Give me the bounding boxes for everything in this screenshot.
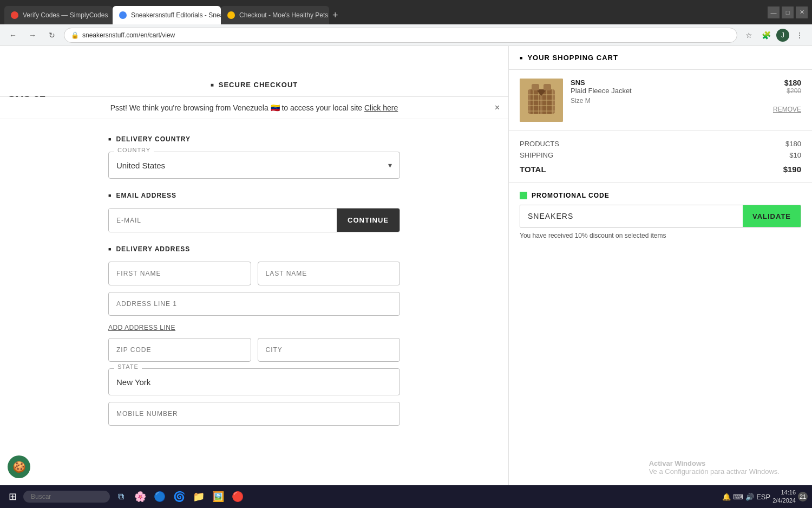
refresh-button[interactable]: ↻	[44, 28, 60, 43]
tab-sneakers[interactable]: Sneakersnstuff Editorials - Snea... ×	[113, 6, 221, 24]
name-row	[108, 262, 400, 285]
city-input[interactable]	[258, 338, 401, 362]
price-original: $200	[773, 87, 801, 95]
volume-icon[interactable]: 🔊	[745, 493, 754, 501]
secure-checkout-label: SECURE CHECKOUT	[219, 81, 298, 89]
cart-item-info: SNS Plaid Fleece Jacket Size M	[571, 79, 765, 122]
notification-banner: Psst! We think you're browsing from Vene…	[0, 97, 508, 119]
remove-button[interactable]: REMOVE	[773, 106, 801, 113]
tab-label-2: Sneakersnstuff Editorials - Snea...	[131, 11, 221, 19]
close-button[interactable]: ✕	[796, 6, 808, 18]
tab-checkout[interactable]: Checkout - Moe's Healthy Pets ×	[221, 6, 329, 24]
start-button[interactable]: ⊞	[4, 489, 21, 505]
promo-input-row: VALIDATE	[520, 205, 801, 227]
tab-label-3: Checkout - Moe's Healthy Pets	[239, 11, 328, 19]
cookie-button[interactable]: 🍪	[8, 455, 30, 478]
taskbar-right: 🔔 ⌨ 🔊 ESP 14:16 2/4/2024 21	[722, 489, 808, 505]
forward-button[interactable]: →	[25, 28, 40, 43]
close-banner-button[interactable]: ×	[495, 103, 500, 113]
profile-button[interactable]: J	[776, 29, 789, 42]
logo-area: SNS 25	[0, 46, 508, 73]
products-amount: $180	[785, 140, 801, 148]
email-input[interactable]	[109, 209, 337, 232]
taskbar-clock[interactable]: 14:16 2/4/2024	[772, 489, 796, 505]
add-address-link[interactable]: ADD ADDRESS LINE	[108, 324, 175, 331]
total-row: TOTAL $190	[520, 165, 801, 174]
chrome-icon: 🔵	[154, 491, 166, 503]
email-row: CONTINUE	[108, 208, 400, 232]
delivery-address-section-title: DELIVERY ADDRESS	[108, 245, 400, 253]
cart-panel: YOUR SHOPPING CART	[509, 46, 812, 508]
cart-item: SNS Plaid Fleece Jacket Size M $180 $200…	[509, 70, 812, 131]
checkout-content: DELIVERY COUNTRY COUNTRY United States ▾…	[0, 119, 508, 448]
state-fieldset: STATE New York	[108, 368, 400, 395]
windows-icon: ⊞	[9, 491, 17, 503]
tab-bar: Verify Codes — SimplyCodes × Sneakersnst…	[4, 0, 764, 24]
last-name-input[interactable]	[258, 262, 401, 285]
mobile-row	[108, 402, 400, 426]
svg-rect-14	[543, 84, 551, 90]
first-name-input[interactable]	[108, 262, 251, 285]
shipping-row: SHIPPING $10	[520, 151, 801, 159]
opera-icon: 🔴	[232, 491, 244, 503]
url-display: sneakersnstuff.com/en/cart/view	[82, 31, 175, 39]
shipping-label: SHIPPING	[520, 151, 553, 159]
address1-row	[108, 292, 400, 316]
validate-button[interactable]: VALIDATE	[743, 205, 801, 227]
products-label: PRODUCTS	[520, 140, 559, 148]
taskbar-icon-task-view[interactable]: ⧉	[112, 488, 129, 505]
state-legend: STATE	[114, 363, 142, 370]
windows-activate-watermark: Activar Windows Ve a Configuración para …	[649, 459, 780, 476]
browser-chrome: Verify Codes — SimplyCodes × Sneakersnst…	[0, 0, 812, 24]
cart-totals: PRODUCTS $180 SHIPPING $10 TOTAL $190	[509, 131, 812, 183]
language-label: ESP	[756, 493, 770, 501]
country-select[interactable]: United States	[116, 161, 392, 170]
taskbar: ⊞ ⧉ 🌸 🔵 🌀 📁 🖼️ 🔴 🔔 ⌨ 🔊 ESP 14:16 2/4/202…	[0, 485, 812, 508]
folder-icon: 📁	[193, 491, 205, 503]
banner-link[interactable]: Click here	[364, 103, 398, 112]
products-row: PRODUCTS $180	[520, 140, 801, 148]
extensions-button[interactable]: 🧩	[759, 28, 773, 42]
jacket-svg	[520, 79, 563, 122]
back-button[interactable]: ←	[5, 28, 21, 43]
notification-badge[interactable]: 21	[798, 492, 808, 502]
cart-product-name: Plaid Fleece Jacket	[571, 87, 765, 95]
minimize-button[interactable]: —	[768, 6, 780, 18]
keyboard-icon[interactable]: ⌨	[733, 493, 743, 501]
taskbar-icon-file[interactable]: 🌸	[132, 488, 149, 505]
continue-button[interactable]: CONTINUE	[337, 209, 400, 232]
taskbar-search-input[interactable]	[23, 491, 110, 503]
maximize-button[interactable]: □	[782, 6, 794, 18]
bookmark-button[interactable]: ☆	[742, 28, 756, 42]
delivery-country-section-title: DELIVERY COUNTRY	[108, 135, 400, 143]
taskbar-icon-chrome2[interactable]: 🌀	[171, 488, 188, 505]
address-line1-input[interactable]	[108, 292, 400, 316]
product-image	[520, 79, 563, 122]
address-box[interactable]: 🔒 sneakersnstuff.com/en/cart/view	[64, 28, 737, 43]
new-tab-button[interactable]: +	[329, 6, 342, 24]
cart-size: Size M	[571, 97, 765, 105]
email-section-title: EMAIL ADDRESS	[108, 192, 400, 199]
cart-item-price: $180 $200 REMOVE	[773, 79, 801, 122]
promo-code-input[interactable]	[520, 205, 743, 227]
tab-email[interactable]: Verify Codes — SimplyCodes ×	[4, 6, 113, 24]
taskbar-icon-photos[interactable]: 🖼️	[209, 488, 227, 505]
zip-input[interactable]	[108, 338, 251, 362]
chrome2-icon: 🌀	[173, 491, 185, 503]
menu-button[interactable]: ⋮	[793, 28, 807, 42]
country-fieldset: COUNTRY United States ▾	[108, 152, 400, 179]
total-label: TOTAL	[520, 165, 546, 174]
notification-icon[interactable]: 🔔	[722, 493, 731, 501]
tab-label-1: Verify Codes — SimplyCodes	[23, 11, 108, 19]
shipping-amount: $10	[789, 151, 801, 159]
activate-title: Activar Windows	[649, 459, 780, 467]
mobile-input[interactable]	[108, 402, 400, 426]
banner-text: Psst! We think you're browsing from Vene…	[110, 103, 362, 112]
taskbar-icon-folder[interactable]: 📁	[190, 488, 207, 505]
tab-favicon-2	[119, 11, 127, 19]
promo-dot-icon	[520, 192, 527, 199]
state-value: New York	[116, 377, 150, 387]
taskbar-icon-opera[interactable]: 🔴	[229, 488, 246, 505]
taskbar-icon-chrome[interactable]: 🔵	[151, 488, 168, 505]
activate-desc: Ve a Configuración para activar Windows.	[649, 467, 780, 476]
